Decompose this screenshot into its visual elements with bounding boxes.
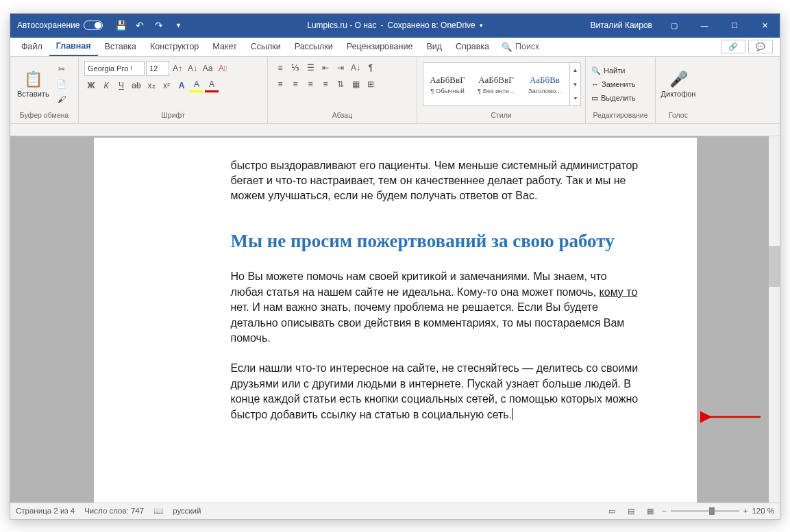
save-icon[interactable]: 💾 bbox=[112, 17, 129, 34]
decrease-indent-icon[interactable]: ⇤ bbox=[319, 61, 332, 75]
print-layout-icon[interactable]: ▤ bbox=[624, 505, 639, 517]
subscript-button[interactable]: x₂ bbox=[145, 79, 158, 92]
font-color-icon[interactable]: A bbox=[205, 79, 219, 92]
shrink-font-icon[interactable]: A↓ bbox=[186, 62, 199, 75]
tab-mailings[interactable]: Рассылки bbox=[288, 37, 340, 56]
zoom-out-icon[interactable]: − bbox=[662, 507, 667, 515]
status-bar: Страница 2 из 4 Число слов: 747 📖 русски… bbox=[10, 503, 780, 519]
bold-button[interactable]: Ж bbox=[84, 79, 98, 92]
strikethrough-button[interactable]: ab bbox=[129, 79, 143, 92]
status-words[interactable]: Число слов: 747 bbox=[84, 507, 144, 515]
tab-design[interactable]: Конструктор bbox=[143, 37, 206, 56]
font-size-combo[interactable]: 12 bbox=[146, 61, 169, 76]
comments-button[interactable]: 💬 bbox=[748, 40, 773, 53]
web-layout-icon[interactable]: ▦ bbox=[643, 505, 658, 517]
italic-button[interactable]: К bbox=[99, 79, 113, 92]
font-name-combo[interactable]: Georgia Pro ! bbox=[84, 61, 145, 76]
align-center-icon[interactable]: ≡ bbox=[288, 77, 302, 91]
sort-icon[interactable]: A↓ bbox=[349, 61, 362, 75]
document-area[interactable]: быстро выздоравливают его пациенты. Чем … bbox=[10, 124, 780, 503]
group-editing-label: Редактирование bbox=[589, 111, 652, 122]
dictate-button[interactable]: 🎤 Диктофон bbox=[658, 69, 698, 99]
redo-icon[interactable]: ↷ bbox=[151, 17, 167, 34]
heading-1[interactable]: Мы не просим пожертвований за свою работ… bbox=[231, 229, 642, 255]
paragraph-3[interactable]: Если нашли что-то интересное на сайте, н… bbox=[231, 361, 642, 422]
group-clipboard-label: Буфер обмена bbox=[13, 111, 75, 122]
shading-icon[interactable]: ▦ bbox=[349, 77, 362, 91]
styles-more[interactable]: ▲▼▾ bbox=[569, 63, 580, 105]
change-case-icon[interactable]: Aa bbox=[201, 62, 214, 75]
spellcheck-icon[interactable]: 📖 bbox=[153, 506, 163, 516]
share-button[interactable]: 🔗 bbox=[721, 40, 745, 53]
read-mode-icon[interactable]: ▭ bbox=[604, 505, 619, 517]
multilevel-icon[interactable]: ☰ bbox=[304, 61, 317, 75]
page[interactable]: быстро выздоравливают его пациенты. Чем … bbox=[94, 138, 697, 503]
paste-button[interactable]: 📋 Вставить bbox=[13, 69, 53, 99]
autosave-label: Автосохранение bbox=[17, 21, 79, 30]
search-box[interactable]: 🔍 Поиск bbox=[496, 42, 545, 52]
status-language[interactable]: русский bbox=[173, 507, 201, 515]
grow-font-icon[interactable]: A↑ bbox=[171, 62, 184, 75]
replace-icon: ↔ bbox=[591, 80, 599, 88]
copy-icon[interactable]: 📄 bbox=[55, 77, 69, 91]
text-effects-icon[interactable]: A bbox=[175, 79, 188, 92]
find-button[interactable]: 🔍Найти bbox=[591, 64, 636, 77]
align-right-icon[interactable]: ≡ bbox=[304, 77, 317, 91]
ruler[interactable] bbox=[10, 124, 780, 136]
paragraph-2[interactable]: Но Вы можете помочь нам своей критикой и… bbox=[231, 269, 642, 346]
styles-gallery[interactable]: АаБбВвГ ¶ Обычный АаБбВвГ ¶ Без инте... … bbox=[423, 62, 581, 106]
group-voice-label: Голос bbox=[658, 111, 698, 122]
ribbon-options-icon[interactable]: ▢ bbox=[659, 14, 689, 38]
maximize-icon[interactable]: ☐ bbox=[719, 14, 750, 38]
zoom-slider[interactable] bbox=[671, 510, 739, 512]
tab-file[interactable]: Файл bbox=[14, 37, 49, 56]
increase-indent-icon[interactable]: ⇥ bbox=[334, 61, 347, 75]
tab-references[interactable]: Ссылки bbox=[244, 37, 288, 56]
align-left-icon[interactable]: ≡ bbox=[273, 77, 287, 91]
paragraph-1[interactable]: быстро выздоравливают его пациенты. Чем … bbox=[231, 158, 642, 204]
numbering-icon[interactable]: ⅓ bbox=[288, 61, 302, 75]
style-normal[interactable]: АаБбВвГ ¶ Обычный bbox=[423, 63, 471, 105]
minimize-icon[interactable]: — bbox=[689, 14, 719, 38]
tab-review[interactable]: Рецензирование bbox=[340, 37, 420, 56]
select-icon: ▭ bbox=[591, 94, 598, 103]
qat-dropdown-icon[interactable]: ▼ bbox=[170, 17, 186, 34]
tab-home[interactable]: Главная bbox=[49, 37, 98, 56]
bullets-icon[interactable]: ≡ bbox=[273, 61, 287, 75]
find-icon: 🔍 bbox=[591, 66, 601, 75]
highlight-icon[interactable]: A bbox=[190, 79, 203, 92]
annotation-arrow bbox=[700, 410, 762, 424]
tab-view[interactable]: Вид bbox=[419, 37, 449, 56]
scrollbar-thumb[interactable] bbox=[769, 246, 780, 287]
undo-icon[interactable]: ↶ bbox=[132, 17, 148, 34]
replace-button[interactable]: ↔Заменить bbox=[591, 78, 636, 90]
tab-help[interactable]: Справка bbox=[449, 37, 496, 56]
tab-layout[interactable]: Макет bbox=[206, 37, 243, 56]
status-page[interactable]: Страница 2 из 4 bbox=[16, 507, 75, 515]
superscript-button[interactable]: x² bbox=[160, 79, 173, 92]
line-spacing-icon[interactable]: ⇅ bbox=[334, 77, 347, 91]
zoom-level[interactable]: 120 % bbox=[752, 507, 774, 515]
user-name[interactable]: Виталий Каиров bbox=[583, 21, 659, 30]
format-painter-icon[interactable]: 🖌 bbox=[55, 92, 69, 106]
tab-insert[interactable]: Вставка bbox=[98, 37, 143, 56]
clear-format-icon[interactable]: A⃠ bbox=[216, 62, 230, 75]
cut-icon[interactable]: ✂ bbox=[55, 62, 69, 76]
style-heading[interactable]: АаБбВв Заголово... bbox=[521, 63, 569, 105]
chevron-down-icon[interactable]: ▾ bbox=[480, 22, 483, 29]
select-button[interactable]: ▭Выделить bbox=[591, 92, 636, 104]
show-marks-icon[interactable]: ¶ bbox=[364, 61, 378, 75]
paste-icon: 📋 bbox=[24, 71, 42, 88]
underline-button[interactable]: Ч bbox=[114, 79, 128, 92]
group-font-label: Шрифт bbox=[82, 111, 264, 122]
search-icon: 🔍 bbox=[502, 42, 513, 52]
justify-icon[interactable]: ≡ bbox=[319, 77, 332, 91]
vertical-scrollbar[interactable] bbox=[769, 136, 780, 503]
autosave-toggle[interactable] bbox=[84, 21, 103, 30]
zoom-in-icon[interactable]: + bbox=[743, 507, 748, 515]
link-komu-to[interactable]: кому то bbox=[600, 286, 638, 298]
borders-icon[interactable]: ⊞ bbox=[364, 77, 378, 91]
style-no-spacing[interactable]: АаБбВвГ ¶ Без инте... bbox=[472, 63, 520, 105]
ribbon: 📋 Вставить ✂ 📄 🖌 Буфер обмена Georgia Pr… bbox=[10, 57, 780, 124]
close-icon[interactable]: ✕ bbox=[750, 14, 780, 38]
